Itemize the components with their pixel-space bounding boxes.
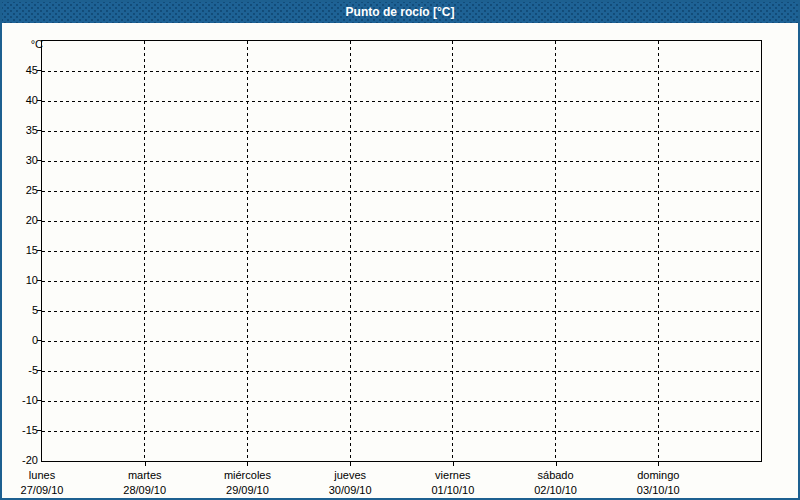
x-tick-mark — [658, 462, 659, 466]
chart-title-bar: Punto de rocío [°C] — [2, 2, 798, 23]
gridline-horizontal — [42, 131, 761, 132]
y-tick-label: -20 — [6, 454, 38, 466]
x-tick-mark — [453, 462, 454, 466]
x-day-date-label: 30/09/10 — [329, 484, 372, 497]
x-day-date-label: 02/10/10 — [534, 484, 577, 497]
plot-area — [41, 40, 762, 462]
gridline-vertical — [555, 41, 556, 461]
gridline-horizontal — [42, 161, 761, 162]
gridline-horizontal — [42, 341, 761, 342]
y-tick-label: -5 — [6, 364, 38, 376]
y-tick-label: 35 — [6, 124, 38, 136]
x-day-date-label: 28/09/10 — [123, 484, 166, 497]
x-day-date-label: 03/10/10 — [637, 484, 680, 497]
x-day-name-label: miércoles — [224, 469, 271, 482]
x-day-name-label: martes — [128, 469, 162, 482]
y-tick-label: 15 — [6, 244, 38, 256]
x-tick-mark — [556, 462, 557, 466]
y-tick-label: -15 — [6, 424, 38, 436]
x-day-date-label: 01/10/10 — [431, 484, 474, 497]
gridline-horizontal — [42, 221, 761, 222]
gridline-horizontal — [42, 191, 761, 192]
gridline-vertical — [452, 41, 453, 461]
x-tick-mark — [350, 462, 351, 466]
gridline-vertical — [247, 41, 248, 461]
chart-title: Punto de rocío [°C] — [346, 5, 455, 19]
x-day-name-label: sábado — [538, 469, 574, 482]
gridline-horizontal — [42, 371, 761, 372]
gridline-horizontal — [42, 251, 761, 252]
x-day-name-label: domingo — [637, 469, 679, 482]
y-tick-label: 40 — [6, 94, 38, 106]
x-day-date-label: 29/09/10 — [226, 484, 269, 497]
gridline-vertical — [658, 41, 659, 461]
gridline-vertical — [350, 41, 351, 461]
gridline-horizontal — [42, 101, 761, 102]
window-frame: Punto de rocío [°C] °C 45403530252015105… — [0, 0, 800, 500]
x-tick-mark — [247, 462, 248, 466]
gridline-vertical — [144, 41, 145, 461]
y-tick-label: -10 — [6, 394, 38, 406]
y-tick-label: 10 — [6, 274, 38, 286]
gridline-horizontal — [42, 311, 761, 312]
x-day-date-label: 27/09/10 — [21, 484, 64, 497]
gridline-horizontal — [42, 431, 761, 432]
gridline-horizontal — [42, 281, 761, 282]
y-tick-label: 45 — [6, 64, 38, 76]
x-day-name-label: lunes — [29, 469, 55, 482]
y-tick-label: 0 — [6, 334, 38, 346]
y-tick-label: 30 — [6, 154, 38, 166]
x-tick-mark — [145, 462, 146, 466]
y-tick-label: 20 — [6, 214, 38, 226]
x-day-name-label: jueves — [334, 469, 366, 482]
y-tick-label: 25 — [6, 184, 38, 196]
gridline-horizontal — [42, 71, 761, 72]
gridline-horizontal — [42, 401, 761, 402]
y-axis-unit-label: °C — [6, 38, 43, 50]
y-tick-label: 5 — [6, 304, 38, 316]
x-day-name-label: viernes — [435, 469, 470, 482]
